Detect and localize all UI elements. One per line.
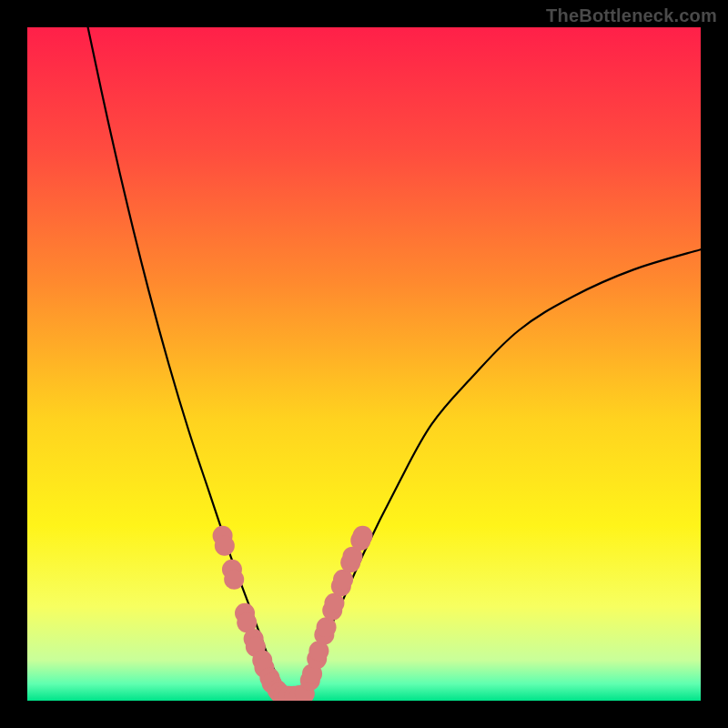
plot-area	[27, 27, 701, 701]
marker-markers-left	[215, 536, 235, 556]
gradient-background	[27, 27, 701, 701]
plot-svg	[27, 27, 701, 701]
watermark-text: TheBottleneck.com	[546, 5, 717, 26]
marker-markers-left	[224, 570, 244, 590]
marker-markers-right	[353, 526, 373, 546]
chart-stage: TheBottleneck.com	[0, 0, 728, 728]
